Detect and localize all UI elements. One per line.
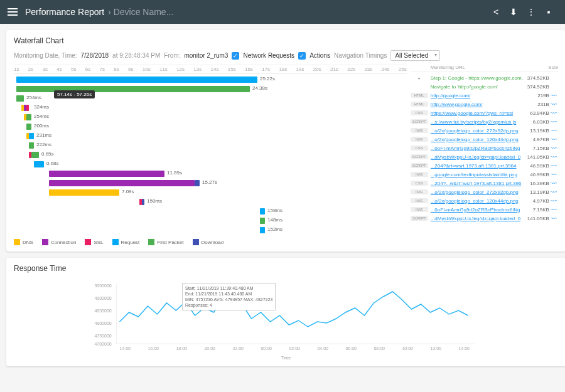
svg-text:08:00: 08:00	[374, 346, 385, 351]
svg-text:00:00: 00:00	[261, 346, 272, 351]
waterfall-table: Monitoring URL Size ▾Step 1: Google - ht…	[411, 65, 558, 235]
svg-text:4850000: 4850000	[94, 309, 111, 313]
waterfall-bar-row[interactable]: 152ms	[14, 226, 407, 235]
svg-text:16:00: 16:00	[148, 346, 159, 351]
waterfall-tooltip: 57.14s - 57.26s	[54, 90, 95, 98]
waterfall-card: Waterfall Chart Monitoring Date, Time: 7…	[6, 30, 565, 252]
url-row[interactable]: img...o/2x/googlelogo_color_120x44dp.png…	[411, 135, 558, 144]
waterfall-bar-row[interactable]: 150ms	[14, 198, 407, 206]
svg-text:22:00: 22:00	[232, 346, 244, 351]
response-title: Response Time	[14, 264, 558, 273]
url-row[interactable]: script...s://www.tut.by/scripts/by2/xgem…	[411, 117, 558, 126]
svg-text:20:00: 20:00	[204, 346, 215, 351]
response-time-card: Response Time 5000000 4900000 4850000 48…	[6, 258, 565, 366]
waterfall-bar-row[interactable]: 0.65s	[14, 151, 407, 159]
svg-text:10:00: 10:00	[402, 346, 413, 351]
url-row[interactable]: Navigate to 'http://google.com'374.52KB	[411, 82, 558, 91]
svg-text:18:00: 18:00	[176, 346, 187, 351]
url-row[interactable]: script...dMysbWxppU-lxJeg/cb=gapi.loaded…	[411, 214, 558, 223]
svg-text:14:00: 14:00	[119, 346, 131, 351]
svg-text:4900000: 4900000	[94, 296, 111, 300]
url-row[interactable]: img...o/2x/googlelogo_color_120x44dp.png…	[411, 196, 558, 205]
waterfall-title: Waterfall Chart	[14, 36, 558, 45]
waterfall-bar-row[interactable]: 25.22s	[14, 75, 407, 84]
url-row[interactable]: htmlhttp://www.google.com/231B〰	[411, 100, 558, 109]
waterfall-bar-row[interactable]: 148ms	[14, 216, 407, 225]
svg-text:06:00: 06:00	[345, 346, 357, 351]
url-row[interactable]: script...dMysbWxppU-lxJeg/cb=gapi.loaded…	[411, 152, 558, 161]
url-row[interactable]: script...204?&rt=wsrt.1973.aft.1381.prt.…	[411, 161, 558, 170]
svg-text:4700000: 4700000	[94, 342, 111, 346]
url-row[interactable]: img...o/2x/googlelogo_color_272x92dp.png…	[411, 126, 558, 135]
timeline-axis: 1s2s3s4s5s6s7s8s9s10s11s12s13s14s15s16s1…	[14, 65, 407, 74]
page-title: Performance Report	[25, 7, 104, 17]
menu-icon[interactable]	[8, 8, 18, 16]
chat-icon[interactable]: ▪	[540, 7, 557, 17]
checkbox-network[interactable]: ✓	[232, 52, 239, 60]
share-icon[interactable]: <	[487, 7, 505, 17]
url-row[interactable]: img...0oFI-mAmrGg9d2oZRBcPbocbnz6iNg7.15…	[411, 205, 558, 214]
waterfall-bar-row[interactable]: 7.09s	[14, 188, 407, 197]
waterfall-bar-row[interactable]: 158ms	[14, 207, 407, 216]
svg-text:4750000: 4750000	[94, 334, 111, 338]
url-row[interactable]: css...0oFI-mAmrGg9d2pZRBcPbocbnz6iNg7.15…	[411, 144, 558, 152]
url-row[interactable]: ▾Step 1: Google - https://www.google.com…	[411, 73, 558, 82]
breadcrumb[interactable]: Device Name...	[108, 7, 173, 17]
waterfall-bar-row[interactable]: 324ms	[14, 103, 407, 112]
download-icon[interactable]: ⬇	[505, 7, 522, 17]
checkbox-actions[interactable]: ✓	[298, 52, 306, 60]
waterfall-bar-row[interactable]: 15.27s	[14, 179, 407, 188]
response-line-chart[interactable]: 5000000 4900000 4850000 4800000 4750000 …	[14, 278, 558, 353]
svg-text:12:00: 12:00	[430, 346, 441, 351]
nav-timings-select[interactable]: All Selected	[390, 50, 440, 61]
url-row[interactable]: css...204?...w&rt=wsrt.1973.aft.1381.prt…	[411, 179, 558, 188]
more-icon[interactable]: ⋮	[522, 7, 540, 17]
url-row[interactable]: htmlhttp://google.com/219B〰	[411, 91, 558, 100]
svg-text:4800000: 4800000	[94, 321, 111, 326]
waterfall-bar-row[interactable]: 0.68s	[14, 160, 407, 169]
waterfall-toolbar: Monitoring Date, Time: 7/28/2018 at 9:28…	[14, 50, 558, 61]
svg-text:14:00: 14:00	[458, 346, 470, 351]
waterfall-bar-row[interactable]: 231ms	[14, 132, 407, 140]
waterfall-bar-row[interactable]: 254ms	[14, 113, 407, 122]
waterfall-bar-row[interactable]: 200ms	[14, 122, 407, 131]
svg-text:02:00: 02:00	[289, 346, 300, 351]
topbar: Performance Report Device Name... < ⬇ ⋮ …	[0, 0, 565, 24]
waterfall-bar-row[interactable]: 11.89s	[14, 169, 407, 178]
url-row[interactable]: img...o/2x/googlelogo_color_272x92dp.png…	[411, 188, 558, 196]
url-row[interactable]: img...google.com/textinputassistant/tia.…	[411, 170, 558, 179]
waterfall-bar-row[interactable]: 222ms	[14, 141, 407, 150]
svg-text:5000000: 5000000	[94, 283, 111, 288]
svg-text:04:00: 04:00	[317, 346, 328, 351]
response-tooltip: Start: 11/21/2019 11:39:40.480 AM End: 1…	[182, 283, 276, 310]
url-row[interactable]: csshttps://www.google.com/?gws_rd=ssl63.…	[411, 109, 558, 117]
waterfall-legend: DNSConnectionSSLRequestFirst PacketDownl…	[14, 239, 558, 245]
